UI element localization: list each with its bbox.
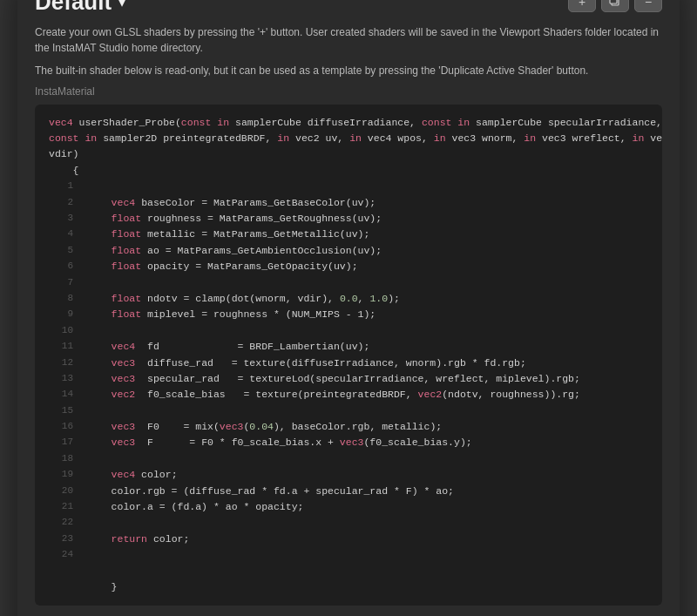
duplicate-icon: [609, 0, 621, 8]
code-line-9: 9 float miplevel = roughness * (NUM_MIPS…: [49, 307, 648, 322]
code-editor[interactable]: vec4 userShader_Probe(const in samplerCu…: [35, 105, 662, 606]
main-content: Default ▾ + − Create your own GLSL shade…: [17, 0, 680, 616]
code-closing-brace: }: [49, 579, 648, 595]
code-header-line2: const in sampler2D preintegratedBRDF, in…: [49, 131, 648, 146]
code-line-20: 20 color.rgb = (diffuse_rad * fd.a + spe…: [49, 484, 648, 499]
shader-editor-window: Shader Editor — Default Default ▾ + − C: [17, 0, 680, 616]
shader-label: InstaMaterial: [35, 85, 662, 98]
code-header-line4: {: [49, 163, 648, 179]
code-line-25: [49, 564, 648, 579]
code-line-23: 23 return color;: [49, 531, 648, 547]
shader-name: Default: [35, 0, 112, 16]
code-line-21: 21 color.a = (fd.a) * ao * opacity;: [49, 499, 648, 515]
add-shader-button[interactable]: +: [568, 0, 596, 12]
code-line-12: 12 vec3 diffuse_rad = texture(diffuseIrr…: [49, 355, 648, 371]
code-line-5: 5 float ao = MatParams_GetAmbientOcclusi…: [49, 243, 648, 259]
code-line-22: 22: [49, 515, 648, 531]
description-text: Create your own GLSL shaders by pressing…: [35, 24, 662, 56]
code-line-8: 8 float ndotv = clamp(dot(wnorm, vdir), …: [49, 291, 648, 307]
code-header-line1: vec4 userShader_Probe(const in samplerCu…: [49, 115, 648, 131]
toolbar-buttons: + −: [568, 0, 662, 12]
code-line-1: 1: [49, 179, 648, 194]
code-line-15: 15: [49, 403, 648, 419]
code-header-line3: vdir): [49, 146, 648, 162]
code-line-6: 6 float opacity = MatParams_GetOpacity(u…: [49, 259, 648, 274]
code-line-24: 24: [49, 547, 648, 563]
code-line-7: 7: [49, 275, 648, 291]
svg-rect-1: [610, 0, 617, 3]
code-line-18: 18: [49, 451, 648, 467]
code-line-11: 11 vec4 fd = BRDF_Lambertian(uv);: [49, 339, 648, 355]
code-line-3: 3 float roughness = MatParams_GetRoughne…: [49, 211, 648, 227]
code-line-19: 19 vec4 color;: [49, 467, 648, 483]
description-text-2: The built-in shader below is read-only, …: [35, 63, 662, 78]
code-line-16: 16 vec3 F0 = mix(vec3(0.04), baseColor.r…: [49, 419, 648, 435]
code-line-4: 4 float metallic = MatParams_GetMetallic…: [49, 227, 648, 242]
code-line-13: 13 vec3 specular_rad = textureLod(specul…: [49, 371, 648, 387]
header-row: Default ▾ + −: [35, 0, 662, 16]
remove-shader-button[interactable]: −: [634, 0, 662, 12]
code-line-2: 2 vec4 baseColor = MatParams_GetBaseColo…: [49, 195, 648, 211]
duplicate-shader-button[interactable]: [601, 0, 629, 12]
shader-title: Default ▾: [35, 0, 125, 16]
code-line-14: 14 vec2 f0_scale_bias = texture(preinteg…: [49, 387, 648, 403]
dropdown-arrow-icon[interactable]: ▾: [118, 0, 125, 10]
code-line-17: 17 vec3 F = F0 * f0_scale_bias.x + vec3(…: [49, 435, 648, 450]
code-line-10: 10: [49, 323, 648, 339]
